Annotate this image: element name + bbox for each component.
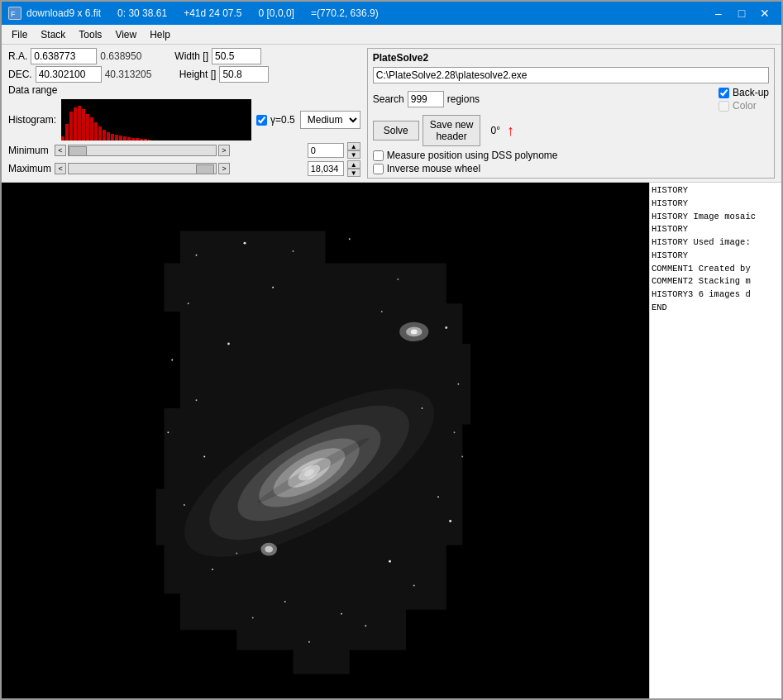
backup-checkbox[interactable] <box>719 88 729 98</box>
inverse-wheel-checkbox[interactable] <box>373 164 384 174</box>
menu-tools[interactable]: Tools <box>72 27 108 42</box>
maximize-button[interactable]: □ <box>732 5 752 21</box>
title-bar-controls: – □ ✕ <box>709 5 775 21</box>
height-label: Height [] <box>179 69 217 80</box>
inverse-wheel-row: Inverse mouse wheel <box>373 163 769 174</box>
histogram-label: Histogram: <box>8 114 56 126</box>
status-eq: =(770.2, 636.9) <box>311 7 379 19</box>
svg-point-50 <box>203 456 205 458</box>
svg-rect-5 <box>69 112 73 140</box>
svg-point-46 <box>272 287 274 288</box>
galaxy-group <box>156 231 470 674</box>
app-icon: F <box>8 7 21 20</box>
window-title: download9 x 6.fit <box>26 7 101 19</box>
minimum-row: Minimum < > ▲ ▼ <box>8 142 360 159</box>
ra-input[interactable] <box>31 48 97 64</box>
height-input[interactable] <box>219 66 269 83</box>
max-track[interactable] <box>68 163 217 174</box>
history-line-3: HISTORY Image mosaic <box>652 211 780 224</box>
galaxy-svg <box>2 183 649 698</box>
svg-rect-19 <box>127 137 131 140</box>
gamma-checkbox[interactable] <box>256 115 267 126</box>
top-controls-area: R.A. 0.638950 Width [] DEC. 40.313205 He… <box>2 45 781 183</box>
measure-dss-label: Measure position using DSS polynome <box>387 150 558 161</box>
svg-rect-16 <box>115 135 118 140</box>
histogram-canvas <box>61 99 251 140</box>
close-button[interactable]: ✕ <box>755 5 775 21</box>
menu-view[interactable]: View <box>108 27 143 42</box>
measure-dss-checkbox[interactable] <box>373 150 384 161</box>
min-spin-down[interactable]: ▼ <box>347 150 360 159</box>
status-time: 0: 30 38.61 <box>117 7 167 19</box>
svg-point-32 <box>397 279 399 280</box>
svg-point-56 <box>196 399 198 401</box>
image-area[interactable] <box>2 183 649 698</box>
svg-point-40 <box>449 520 451 522</box>
menu-file[interactable]: File <box>5 27 34 42</box>
svg-point-45 <box>308 641 310 643</box>
max-spin-down[interactable]: ▼ <box>347 169 360 177</box>
dec-row: DEC. 40.313205 Height [] <box>8 66 360 83</box>
history-line-6: HISTORY <box>652 250 780 263</box>
save-header-button[interactable]: Save newheader <box>423 115 481 146</box>
backup-checkbox-group: Back-up <box>719 87 769 98</box>
svg-rect-10 <box>90 117 93 140</box>
maximum-slider[interactable]: < > <box>55 163 304 174</box>
search-input[interactable] <box>408 91 444 107</box>
min-left-btn[interactable]: < <box>55 145 66 156</box>
svg-point-28 <box>196 255 198 256</box>
history-line-5: HISTORY Used image: <box>652 236 780 250</box>
svg-rect-11 <box>94 122 98 140</box>
max-right-btn[interactable]: > <box>218 163 230 174</box>
data-range-row: Data range <box>8 84 360 96</box>
svg-point-55 <box>341 613 342 615</box>
min-track[interactable] <box>68 145 217 156</box>
history-line-1: HISTORY <box>652 184 780 198</box>
svg-rect-9 <box>86 114 89 140</box>
color-checkbox[interactable] <box>719 101 729 112</box>
platesolve-path-input[interactable] <box>373 67 769 83</box>
search-row: Search regions Back-up Color <box>373 87 769 112</box>
svg-point-41 <box>212 569 213 570</box>
svg-rect-4 <box>65 124 69 140</box>
dec-display: 40.313205 <box>105 69 163 80</box>
max-spin-up[interactable]: ▲ <box>347 160 360 169</box>
svg-point-57 <box>454 431 456 433</box>
title-bar-text: download9 x 6.fit 0: 30 38.61 +41d 24 07… <box>26 7 709 19</box>
max-value-input[interactable] <box>308 161 344 176</box>
svg-point-37 <box>167 431 169 433</box>
histogram-svg <box>61 99 251 140</box>
width-input[interactable] <box>212 48 261 64</box>
minimum-slider[interactable]: < > <box>55 145 304 156</box>
menu-help[interactable]: Help <box>143 27 177 42</box>
svg-rect-14 <box>107 132 110 140</box>
min-right-btn[interactable]: > <box>218 145 230 156</box>
svg-rect-12 <box>98 126 102 140</box>
svg-point-48 <box>227 343 230 345</box>
svg-rect-8 <box>82 109 85 140</box>
solve-button[interactable]: Solve <box>373 121 419 140</box>
ra-row: R.A. 0.638950 Width [] <box>8 48 360 64</box>
history-line-2: HISTORY <box>652 198 780 211</box>
max-left-btn[interactable]: < <box>55 163 66 174</box>
svg-rect-23 <box>144 139 147 140</box>
menu-stack[interactable]: Stack <box>34 27 72 42</box>
quality-select[interactable]: Low Medium High <box>300 111 360 129</box>
svg-point-29 <box>244 242 246 245</box>
dec-input[interactable] <box>36 66 102 83</box>
maximum-row: Maximum < > ▲ ▼ <box>8 160 360 177</box>
min-spin-up[interactable]: ▲ <box>347 142 360 150</box>
minimize-button[interactable]: – <box>709 5 728 21</box>
main-window: F download9 x 6.fit 0: 30 38.61 +41d 24 … <box>0 0 783 700</box>
svg-text:F: F <box>11 10 16 18</box>
ra-label: R.A. <box>8 50 27 62</box>
svg-point-44 <box>365 625 366 626</box>
gamma-checkbox-group: γ=0.5 <box>256 114 295 126</box>
width-label: Width [] <box>174 50 208 62</box>
dec-label: DEC. <box>8 69 32 80</box>
ra-display: 0.638950 <box>100 50 158 62</box>
min-value-input[interactable] <box>308 143 344 158</box>
svg-point-54 <box>284 601 286 602</box>
gamma-label: γ=0.5 <box>270 114 295 126</box>
min-spin: ▲ ▼ <box>347 142 360 159</box>
